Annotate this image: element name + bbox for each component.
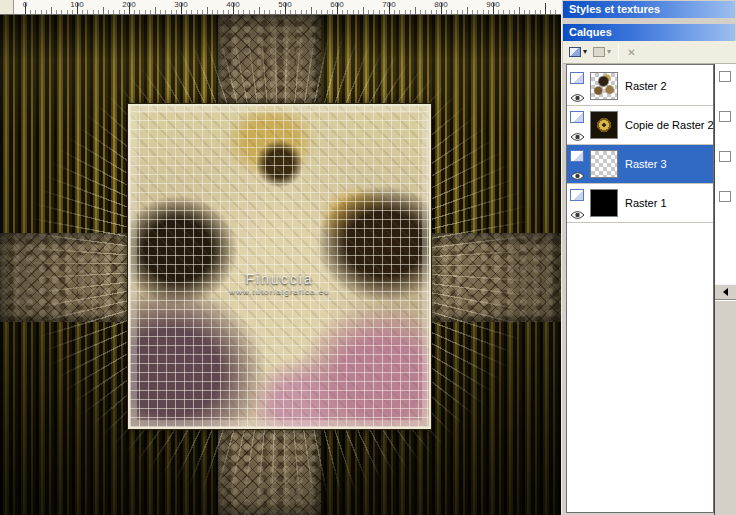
eye-icon xyxy=(570,132,585,142)
ruler-label: 0 xyxy=(23,0,27,9)
chevron-down-icon: ▾ xyxy=(583,48,587,56)
eye-icon xyxy=(570,171,585,181)
layer-type-icon xyxy=(570,72,584,84)
visibility-toggle[interactable] xyxy=(570,167,585,177)
eye-icon xyxy=(570,210,585,220)
styles-palette-titlebar[interactable]: Styles et textures xyxy=(563,1,735,18)
mosaic-center-square: Finuccia www.tutorialgrafica.eu xyxy=(128,104,431,429)
toolbar-separator xyxy=(618,44,619,60)
ruler-label: 100 xyxy=(70,0,83,9)
layer-name: Raster 2 xyxy=(625,80,667,92)
panel-collapse-button[interactable] xyxy=(715,284,736,300)
visibility-toggle[interactable] xyxy=(570,128,585,138)
layer-row-raster-3[interactable]: Raster 3 xyxy=(567,145,713,184)
ruler-label: 500 xyxy=(278,0,291,9)
mask-icon xyxy=(593,47,605,57)
new-layer-type-button[interactable]: ▾ xyxy=(567,43,589,62)
styles-palette-title: Styles et textures xyxy=(569,3,660,15)
layer-row-raster-2[interactable]: Raster 2 xyxy=(567,67,713,106)
ruler-label: 900 xyxy=(486,0,499,9)
ruler-label: 700 xyxy=(382,0,395,9)
horizontal-ruler[interactable]: 0 100 200 300 400 500 600 700 800 900 xyxy=(14,0,561,15)
ruler-label: 200 xyxy=(122,0,135,9)
layer-link-toggle[interactable] xyxy=(719,71,731,82)
ruler-label: 400 xyxy=(226,0,239,9)
watermark: Finuccia www.tutorialgrafica.eu xyxy=(130,271,429,296)
strip-bottom-filler xyxy=(715,301,736,515)
new-mask-button[interactable]: ▾ xyxy=(591,43,613,62)
layer-link-toggle[interactable] xyxy=(719,111,731,122)
ruler-label: 300 xyxy=(174,0,187,9)
chevron-down-icon: ▾ xyxy=(607,48,611,56)
ruler-label: 800 xyxy=(434,0,447,9)
layer-row-copie-de-raster-2[interactable]: Copie de Raster 2 xyxy=(567,106,713,145)
layers-palette-titlebar[interactable]: Calques xyxy=(563,24,735,41)
layer-link-toggle[interactable] xyxy=(719,151,731,162)
layers-list: Raster 2 Copie de Raster 2 xyxy=(566,64,714,513)
ruler-corner xyxy=(0,0,14,15)
canvas-image[interactable]: Finuccia www.tutorialgrafica.eu xyxy=(0,15,561,515)
layers-palette-title: Calques xyxy=(569,26,612,38)
watermark-name: Finuccia xyxy=(130,271,429,287)
layers-toolbar: ▾ ▾ ✕ xyxy=(563,41,736,64)
canvas-area: 0 100 200 300 400 500 600 700 800 900 Fi… xyxy=(0,0,561,515)
layer-thumbnail xyxy=(590,72,618,100)
ruler-label: 600 xyxy=(330,0,343,9)
layer-name: Raster 3 xyxy=(625,158,667,170)
layer-type-icon xyxy=(570,111,584,123)
layer-link-toggle[interactable] xyxy=(719,191,731,202)
palettes-panel: Styles et textures Calques ▾ ▾ ✕ xyxy=(561,0,736,515)
layer-thumbnail xyxy=(590,150,618,178)
visibility-toggle[interactable] xyxy=(570,89,585,99)
layer-type-icon xyxy=(570,189,584,201)
layers-icon xyxy=(569,47,581,57)
layer-name: Copie de Raster 2 xyxy=(625,119,714,131)
layer-row-raster-1[interactable]: Raster 1 xyxy=(567,184,713,223)
mosaic-tile-grid xyxy=(130,106,429,427)
layer-type-icon xyxy=(570,150,584,162)
delete-layer-button[interactable]: ✕ xyxy=(624,43,639,62)
layer-name: Raster 1 xyxy=(625,197,667,209)
collapse-arrow-icon xyxy=(723,288,728,296)
watermark-url: www.tutorialgrafica.eu xyxy=(130,287,429,296)
eye-icon xyxy=(570,93,585,103)
layer-thumbnail xyxy=(590,111,618,139)
layer-thumbnail xyxy=(590,189,618,217)
palette-side-strip xyxy=(714,64,736,515)
delete-icon: ✕ xyxy=(626,47,637,58)
visibility-toggle[interactable] xyxy=(570,206,585,216)
